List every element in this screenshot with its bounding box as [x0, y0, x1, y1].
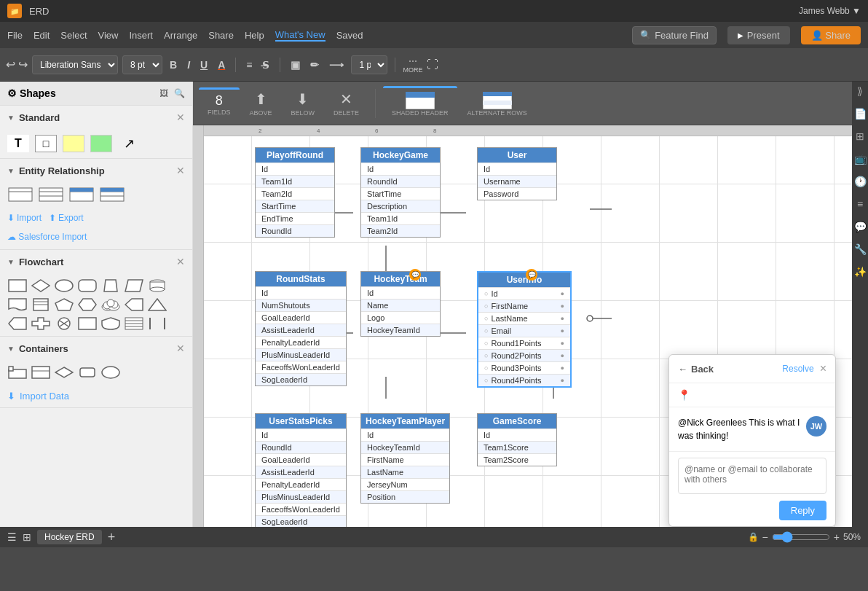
- font-color-button[interactable]: A: [215, 58, 228, 72]
- fc-arrow-left[interactable]: [124, 297, 144, 313]
- import-data-button[interactable]: ⬇ Import Data: [0, 385, 192, 407]
- fc-cloud[interactable]: [100, 297, 121, 313]
- bold-button[interactable]: B: [167, 58, 180, 72]
- menu-help[interactable]: Help: [245, 30, 264, 41]
- fc-doc[interactable]: [7, 297, 28, 313]
- zoom-in-button[interactable]: +: [834, 531, 840, 543]
- canvas[interactable]: 2 4 6 8: [193, 125, 852, 527]
- zoom-slider[interactable]: [772, 531, 830, 543]
- above-tool[interactable]: ⬆ ABOVE: [241, 87, 281, 120]
- fc-rounded-rect[interactable]: [77, 278, 98, 294]
- menu-whats-new[interactable]: What's New: [275, 29, 326, 42]
- italic-button[interactable]: I: [184, 58, 193, 72]
- fc-cylinder[interactable]: [147, 278, 167, 294]
- table-user-info[interactable]: UserInfo ○Id● ○FirstName● ○LastName● ○Em…: [477, 271, 572, 388]
- fc-shield[interactable]: [100, 316, 121, 332]
- fc-list[interactable]: [124, 316, 144, 332]
- container-shape-4[interactable]: [77, 364, 98, 380]
- fc-x[interactable]: [54, 316, 74, 332]
- add-diagram-button[interactable]: +: [108, 530, 116, 545]
- align-button[interactable]: ≡: [243, 58, 255, 72]
- er-shape-1[interactable]: [7, 187, 33, 203]
- comment-pin-hockey-team[interactable]: 💬: [409, 269, 421, 281]
- right-icon-layers[interactable]: ≡: [857, 198, 863, 210]
- table-game-score[interactable]: GameScore Id Team1Score Team2Score: [477, 413, 557, 466]
- comment-input[interactable]: [678, 458, 826, 494]
- er-shape-3[interactable]: [68, 187, 95, 203]
- menu-file[interactable]: File: [7, 30, 23, 41]
- sidebar-image-icon[interactable]: 🖼: [159, 88, 168, 98]
- alternate-rows-tool[interactable]: ALTERNATE ROWS: [459, 86, 536, 120]
- fill-button[interactable]: ▣: [288, 58, 303, 72]
- share-button[interactable]: 👤 Share: [801, 26, 861, 44]
- canvas-area[interactable]: 8 FIELDS ⬆ ABOVE ⬇ BELOW ✕ DELETE SHADED…: [193, 82, 852, 527]
- import-button[interactable]: ⬇ Import: [7, 213, 42, 223]
- fc-rect[interactable]: [7, 278, 28, 294]
- fc-parallelogram[interactable]: [124, 278, 144, 294]
- fields-tool[interactable]: 8 FIELDS: [199, 87, 240, 120]
- menu-arrange[interactable]: Arrange: [164, 30, 197, 41]
- undo-button[interactable]: ↩: [6, 58, 15, 71]
- table-hockey-game[interactable]: HockeyGame Id RoundId StartTime Descript…: [360, 147, 441, 238]
- sidebar-search-icon[interactable]: 🔍: [174, 88, 185, 98]
- containers-header[interactable]: ▼ Containers ✕: [0, 337, 192, 360]
- close-comment-button[interactable]: ×: [820, 362, 826, 375]
- zoom-out-button[interactable]: −: [762, 531, 768, 543]
- table-user-stats-picks[interactable]: UserStatsPicks Id RoundId GoalLeaderId A…: [255, 413, 347, 527]
- fc-step[interactable]: [7, 316, 28, 332]
- right-icon-wand[interactable]: ✨: [854, 266, 867, 278]
- container-shape-2[interactable]: [31, 364, 51, 380]
- table-playoff-round[interactable]: PlayoffRound Id Team1Id Team2Id StartTim…: [255, 147, 335, 238]
- er-shape-2[interactable]: [38, 187, 64, 203]
- container-shape-1[interactable]: [7, 364, 28, 380]
- menu-view[interactable]: View: [98, 30, 119, 41]
- fc-diamond[interactable]: [31, 278, 51, 294]
- right-icon-video[interactable]: 📺: [854, 153, 867, 165]
- salesforce-import-link[interactable]: ☁ Salesforce Import: [7, 232, 87, 242]
- right-icon-collapse[interactable]: ⟫: [857, 85, 863, 97]
- right-icon-chat[interactable]: 💬: [854, 221, 867, 232]
- reply-button[interactable]: Reply: [779, 501, 826, 520]
- menu-insert[interactable]: Insert: [129, 30, 153, 41]
- shaded-header-tool[interactable]: SHADED HEADER: [383, 86, 457, 120]
- er-shape-4[interactable]: [99, 187, 125, 203]
- diagram-name[interactable]: Hockey ERD: [37, 530, 102, 544]
- text-shape[interactable]: T: [7, 135, 29, 152]
- fc-rect2[interactable]: [77, 316, 98, 332]
- standard-close-icon[interactable]: ✕: [176, 111, 185, 123]
- comment-pin-user-info[interactable]: 💬: [526, 269, 537, 281]
- note-shape[interactable]: [63, 135, 84, 152]
- container-shape-5[interactable]: [100, 364, 121, 380]
- user-name[interactable]: James Webb ▼: [799, 6, 861, 16]
- arrow-shape[interactable]: ↗: [118, 135, 140, 152]
- er-header[interactable]: ▼ Entity Relationship ✕: [0, 159, 192, 182]
- fc-oval[interactable]: [54, 278, 74, 294]
- strikethrough-button[interactable]: S̶: [259, 58, 272, 72]
- font-select[interactable]: Liberation Sans: [32, 55, 118, 74]
- present-button[interactable]: Present: [727, 26, 790, 44]
- right-icon-grid[interactable]: ⊞: [856, 130, 864, 142]
- er-close-icon[interactable]: ✕: [176, 165, 185, 176]
- export-button[interactable]: ⬆ Export: [49, 213, 84, 223]
- fc-hexagon[interactable]: [77, 297, 98, 313]
- table-round-stats[interactable]: RoundStats Id NumShutouts GoalLeaderId A…: [255, 271, 347, 386]
- right-icon-format[interactable]: 🔧: [854, 243, 867, 255]
- right-icon-page[interactable]: 📄: [854, 108, 867, 120]
- fc-data[interactable]: [31, 297, 51, 313]
- redo-button[interactable]: ↪: [18, 58, 28, 71]
- fc-triangle[interactable]: [147, 297, 167, 313]
- fc-cross[interactable]: [31, 316, 51, 332]
- menu-select[interactable]: Select: [60, 30, 87, 41]
- expand-button[interactable]: ⛶: [427, 58, 438, 71]
- standard-header[interactable]: ▼ Standard ✕: [0, 106, 192, 129]
- fc-pentagon[interactable]: [54, 297, 74, 313]
- flowchart-close-icon[interactable]: ✕: [176, 256, 185, 267]
- delete-tool[interactable]: ✕ DELETE: [325, 87, 368, 120]
- back-button[interactable]: ← Back: [678, 364, 782, 375]
- table-hockey-team-player[interactable]: HockeyTeamPlayer Id HockeyTeamId FirstNa…: [360, 413, 450, 504]
- feature-find-button[interactable]: 🔍 Feature Find: [632, 26, 717, 44]
- menu-share[interactable]: Share: [208, 30, 234, 41]
- font-size-select[interactable]: 8 pt: [122, 55, 162, 74]
- fc-trapezoid[interactable]: [100, 278, 121, 294]
- table-user[interactable]: User Id Username Password: [477, 147, 557, 200]
